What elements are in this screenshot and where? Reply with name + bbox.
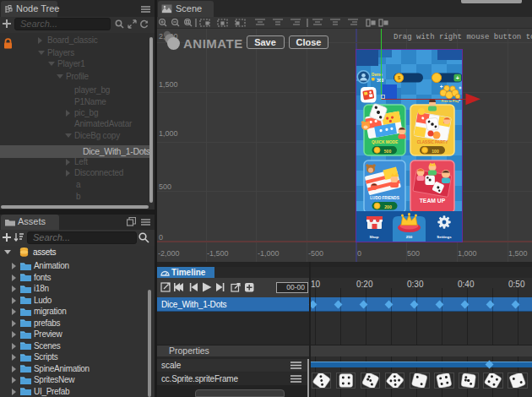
svg-text:+: + [456, 75, 459, 81]
svg-text:250: 250 [406, 235, 413, 239]
svg-text:Settings: Settings [437, 235, 452, 239]
svg-text:TEAM UP: TEAM UP [420, 198, 446, 204]
svg-text:QUICK MODE: QUICK MODE [372, 140, 399, 144]
svg-text:CLASSIC PARTY: CLASSIC PARTY [417, 140, 448, 144]
svg-text:100: 100 [432, 149, 439, 154]
svg-text:$: $ [398, 74, 401, 80]
svg-text:LUDO FRIENDS: LUDO FRIENDS [370, 196, 399, 200]
svg-text:Free to Play: Free to Play [442, 100, 459, 103]
svg-text:200: 200 [384, 204, 392, 209]
svg-text:500: 500 [384, 149, 392, 154]
svg-text:Shop: Shop [370, 235, 379, 239]
